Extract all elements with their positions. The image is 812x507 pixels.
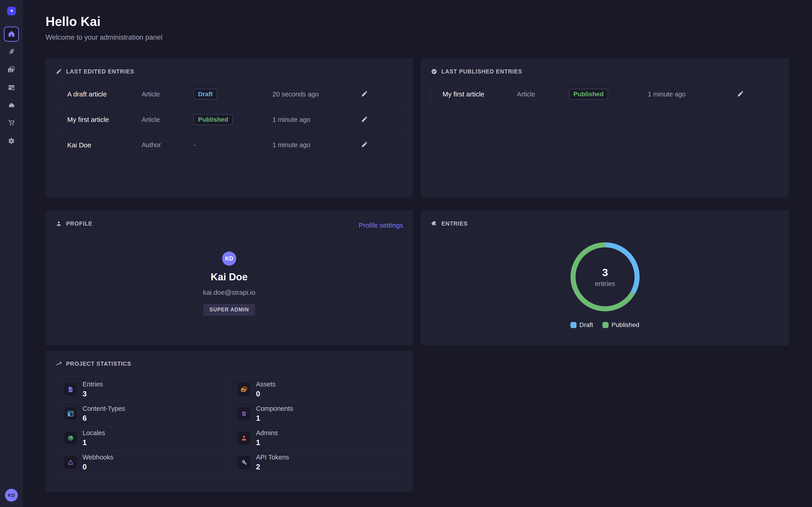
sidebar-item-content-manager[interactable] <box>0 45 23 59</box>
role-badge: SUPER ADMIN <box>203 304 255 316</box>
assets-pictures-icon <box>238 383 250 396</box>
profile-body: KD Kai Doe kai.doe@strapi.io SUPER ADMIN <box>46 211 412 345</box>
entry-updated-time: 1 minute ago <box>272 141 350 149</box>
widget-project-statistics: PROJECT STATISTICS Entries 3 <box>46 351 413 492</box>
edit-entry-button[interactable] <box>359 140 370 151</box>
sidebar-item-marketplace[interactable] <box>0 116 23 130</box>
sidebar-item-settings[interactable] <box>0 134 23 149</box>
pencil-icon <box>361 91 368 98</box>
stat-locales: Locales 1 <box>56 426 229 450</box>
stat-value: 1 <box>256 438 278 447</box>
entry-name: A draft article <box>67 90 142 98</box>
profile-name: Kai Doe <box>46 271 412 283</box>
strapi-logo-icon[interactable] <box>7 7 16 15</box>
profile-email: kai.doe@strapi.io <box>46 289 412 296</box>
widget-entries-chart: ENTRIES 3 entries Draft <box>421 211 789 345</box>
content-type-builder-layout-icon <box>8 84 15 92</box>
stat-value: 6 <box>83 414 125 422</box>
page-title: Hello Kai <box>46 14 101 29</box>
stat-content-types: Content-Types 6 <box>56 401 229 426</box>
edit-entry-button[interactable] <box>359 89 370 100</box>
edit-entry-button[interactable] <box>735 89 746 100</box>
user-avatar[interactable]: KD <box>5 489 18 502</box>
stat-components: Components 1 <box>229 401 402 426</box>
check-circle-icon <box>431 68 437 74</box>
table-row: Kai Doe Author - 1 minute ago <box>56 132 402 158</box>
widget-profile: PROFILE Profile settings KD Kai Doe kai.… <box>46 211 413 345</box>
pencil-icon <box>737 91 744 98</box>
stat-label: Entries <box>83 381 103 388</box>
legend-item-published: Published <box>603 321 639 329</box>
sidebar-item-content-type-builder[interactable] <box>0 81 23 95</box>
pencil-icon <box>361 141 368 149</box>
pencil-icon <box>361 116 368 123</box>
stat-label: Admins <box>256 429 278 437</box>
stat-admins: Admins 1 <box>229 426 402 450</box>
entry-updated-time: 1 minute ago <box>648 91 726 98</box>
locales-globe-icon <box>64 432 77 445</box>
status-badge: Draft <box>194 89 217 100</box>
stat-entries: Entries 3 <box>56 377 229 401</box>
stat-label: Components <box>256 405 293 412</box>
stat-label: Locales <box>83 429 105 437</box>
widget-title: LAST PUBLISHED ENTRIES <box>442 68 522 75</box>
strapi-admin-dashboard: KD Hello Kai Welcome to your administrat… <box>0 0 812 507</box>
api-tokens-key-icon <box>238 456 250 469</box>
stat-value: 3 <box>83 390 103 398</box>
status-badge: Published <box>194 114 233 125</box>
pencil-icon <box>56 68 62 74</box>
table-row: My first article Article Published 1 min… <box>56 107 402 132</box>
content-types-layout-icon <box>64 407 77 420</box>
sidebar-divider <box>0 22 22 23</box>
table-row: My first article Article Published 1 min… <box>431 81 778 107</box>
cloud-icon <box>8 101 15 110</box>
components-nodes-icon <box>238 407 250 420</box>
stat-value: 1 <box>256 414 293 422</box>
statistics-grid: Entries 3 Assets 0 <box>56 377 403 475</box>
profile-avatar: KD <box>222 251 236 266</box>
content-manager-feather-icon <box>8 48 15 56</box>
table-row: A draft article Article Draft 20 seconds… <box>56 81 402 107</box>
last-published-table: My first article Article Published 1 min… <box>431 81 779 107</box>
status-badge: Published <box>569 89 608 100</box>
stat-webhooks: Webhooks 0 <box>56 450 229 474</box>
stat-label: Assets <box>256 381 275 388</box>
entry-name: Kai Doe <box>67 141 142 149</box>
widget-header: ENTRIES <box>431 220 468 227</box>
marketplace-cart-icon <box>8 119 15 127</box>
widget-title: PROJECT STATISTICS <box>66 360 131 367</box>
entry-kind: Author <box>142 141 194 149</box>
entry-updated-time: 20 seconds ago <box>272 91 350 98</box>
entry-name: My first article <box>443 90 517 98</box>
home-icon <box>8 30 15 38</box>
trending-up-icon <box>56 361 62 367</box>
widget-title: ENTRIES <box>442 220 468 227</box>
stat-value: 0 <box>83 463 113 471</box>
stat-value: 0 <box>256 390 275 398</box>
chart-legend: Draft Published <box>421 321 789 329</box>
donut-center: 3 entries <box>570 242 640 312</box>
sidebar-item-cloud[interactable] <box>0 98 23 113</box>
entries-count: 3 <box>602 266 608 279</box>
stat-label: Content-Types <box>83 405 125 412</box>
widget-title: LAST EDITED ENTRIES <box>66 68 134 75</box>
puzzle-icon <box>431 221 437 227</box>
settings-gear-icon <box>8 137 15 146</box>
legend-label: Published <box>611 321 639 329</box>
webhooks-icon <box>64 456 77 469</box>
edit-entry-button[interactable] <box>359 114 370 125</box>
status-empty: - <box>194 141 196 149</box>
legend-item-draft: Draft <box>570 321 593 329</box>
entry-kind: Article <box>142 91 194 98</box>
sidebar-item-home[interactable] <box>4 26 19 42</box>
dashboard-main: Hello Kai Welcome to your administration… <box>23 0 812 507</box>
page-subtitle: Welcome to your administration panel <box>46 33 162 42</box>
stat-assets: Assets 0 <box>229 377 402 401</box>
widget-last-edited-entries: LAST EDITED ENTRIES A draft article Arti… <box>46 59 413 197</box>
entry-kind: Article <box>142 116 194 123</box>
sidebar-item-media-library[interactable] <box>0 63 23 77</box>
last-edited-table: A draft article Article Draft 20 seconds… <box>56 81 403 158</box>
widget-header: PROJECT STATISTICS <box>56 360 131 367</box>
widget-header: LAST EDITED ENTRIES <box>56 68 134 75</box>
stat-value: 2 <box>256 463 289 471</box>
